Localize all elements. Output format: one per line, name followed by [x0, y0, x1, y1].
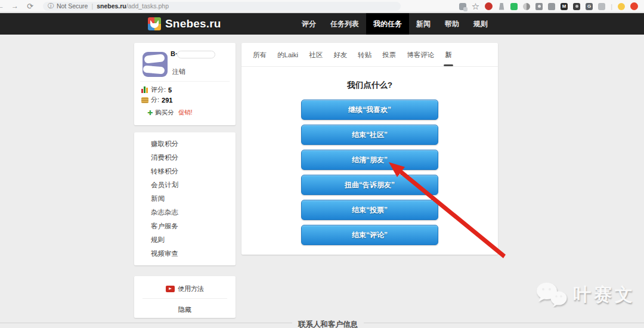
tab-community[interactable]: 社区: [304, 43, 328, 66]
main-content: 所有 的Laiki 社区 好友 转贴 投票 博客评论 新 我们点什么? 继续“我…: [242, 43, 498, 255]
watermark-text: 叶赛文: [573, 283, 636, 307]
site-logo[interactable]: Snebes.ru: [148, 17, 221, 30]
url-host: snebes.ru: [97, 2, 126, 10]
sidebar-item-customer-service[interactable]: 客户服务: [134, 219, 236, 233]
moon-icon[interactable]: [523, 3, 530, 10]
how-to-use-link[interactable]: 使用方法: [134, 284, 236, 293]
sidebar-item-rules[interactable]: 规则: [134, 233, 236, 247]
buy-points-row[interactable]: ✚ 购买分 促销!: [147, 109, 193, 117]
youtube-icon: [166, 286, 175, 292]
sidebar-item-spend-points[interactable]: 消费积分: [134, 151, 236, 165]
m-badge-icon[interactable]: M: [561, 3, 568, 10]
username: B·: [171, 50, 178, 57]
sidebar-item-news[interactable]: 新闻: [134, 192, 236, 206]
avatar[interactable]: [143, 52, 168, 77]
security-label: Not Secure: [57, 2, 88, 10]
nav-item-rules[interactable]: 规则: [466, 13, 495, 35]
nav-item-news[interactable]: 新闻: [409, 13, 438, 35]
rating-label: 评分:: [151, 85, 166, 94]
promo-badge: 促销!: [178, 109, 193, 117]
bar-chart-icon: [141, 86, 148, 93]
tab-all[interactable]: 所有: [247, 43, 272, 66]
rating-value: 5: [168, 86, 172, 94]
camera-icon[interactable]: [535, 3, 543, 10]
sidebar-item-earn-points[interactable]: 赚取积分: [134, 137, 236, 151]
username-redacted: [177, 51, 215, 58]
hide-link[interactable]: 隐藏: [178, 306, 191, 313]
footer-heading: 联系人和客户信息: [292, 320, 364, 328]
site-navbar: Snebes.ru 评分 任务列表 我的任务 新闻 帮助 规则: [0, 13, 644, 35]
person-badge-icon[interactable]: [573, 3, 580, 10]
sidebar-item-transfer-points[interactable]: 转移积分: [134, 165, 236, 178]
points-label: 分:: [151, 95, 159, 104]
page: ← → ⟳ ⓘ Not Secure | snebes.ru /add_task…: [0, 0, 644, 328]
points-value: 291: [162, 97, 172, 104]
extension-strip: ☆ M G |: [459, 0, 638, 13]
nav-item-help[interactable]: 帮助: [438, 13, 466, 35]
end-community-button[interactable]: 结束“社区”: [301, 125, 438, 145]
forward-icon[interactable]: →: [11, 0, 18, 13]
share-icon[interactable]: [598, 3, 605, 10]
logo-text: Snebes.ru: [165, 17, 221, 30]
emoji-face-icon[interactable]: [618, 3, 625, 10]
tab-blog-comments[interactable]: 博客评论: [401, 43, 439, 66]
rating-row: 评分: 5: [141, 85, 172, 94]
url-path: /add_tasks.php: [126, 2, 169, 10]
reload-icon[interactable]: ⟳: [27, 0, 33, 13]
how-to-use-label: 使用方法: [178, 284, 204, 293]
plus-icon: ✚: [147, 109, 153, 117]
tab-repost[interactable]: 转贴: [352, 43, 377, 66]
evernote-icon[interactable]: [510, 3, 518, 10]
google-badge-icon[interactable]: G: [586, 3, 593, 10]
settle-friends-button[interactable]: 结清“朋友”: [301, 150, 438, 170]
opera-icon[interactable]: [630, 2, 638, 10]
logo-icon: [148, 17, 161, 30]
buy-points-link[interactable]: 购买分: [155, 109, 174, 117]
sidebar-item-magazine[interactable]: 杂志杂志: [134, 206, 236, 219]
page-title: 我们点什么?: [242, 80, 498, 91]
tab-vote[interactable]: 投票: [377, 43, 401, 66]
translate-icon[interactable]: [459, 3, 466, 10]
user-card: B· 注销 评分: 5 分: 291 ✚ 购买分 促销!: [134, 43, 236, 125]
nav-item-my-tasks[interactable]: 我的任务: [366, 13, 409, 35]
end-vote-button[interactable]: 结束“投票”: [301, 200, 438, 220]
help-card: 使用方法 隐藏: [134, 276, 236, 318]
lighthouse-icon[interactable]: [498, 3, 505, 10]
back-icon[interactable]: ←: [0, 0, 4, 13]
tab-laiki[interactable]: 的Laiki: [272, 43, 304, 66]
bookmark-star-icon[interactable]: ☆: [472, 3, 479, 10]
tell-friends-button[interactable]: 扭曲“告诉朋友”: [301, 175, 438, 195]
nav-menu: 评分 任务列表 我的任务 新闻 帮助 规则: [295, 13, 495, 35]
toolbar-divider: |: [611, 3, 612, 10]
robot-icon[interactable]: [548, 3, 555, 10]
end-comments-button[interactable]: 结束“评论”: [301, 225, 438, 245]
points-row: 分: 291: [141, 95, 172, 104]
sidebar-menu: 赚取积分 消费积分 转移积分 会员计划 新闻 杂志杂志 客户服务 规则 视频审查: [134, 132, 236, 265]
logout-link[interactable]: 注销: [172, 67, 185, 76]
watermark: 叶赛文: [535, 281, 636, 308]
divider: [143, 298, 227, 299]
sidebar-item-video-review[interactable]: 视频审查: [134, 247, 236, 261]
adblock-icon[interactable]: [485, 2, 493, 10]
divider: [140, 81, 230, 82]
coins-icon: [141, 97, 148, 103]
info-icon[interactable]: ⓘ: [48, 2, 54, 10]
browser-toolbar: ← → ⟳ ⓘ Not Secure | snebes.ru /add_task…: [0, 0, 644, 13]
tab-friends[interactable]: 好友: [328, 43, 352, 66]
task-tabs: 所有 的Laiki 社区 好友 转贴 投票 博客评论 新: [242, 43, 498, 67]
sidebar-item-membership[interactable]: 会员计划: [134, 178, 236, 192]
nav-item-task-list[interactable]: 任务列表: [323, 13, 366, 35]
continue-likes-button[interactable]: 继续“我喜欢”: [301, 100, 438, 120]
address-separator: |: [91, 2, 93, 10]
nav-item-rating[interactable]: 评分: [295, 13, 323, 35]
tab-new[interactable]: 新: [439, 43, 457, 66]
action-buttons: 继续“我喜欢” 结束“社区” 结清“朋友” 扭曲“告诉朋友” 结束“投票” 结束…: [242, 100, 498, 245]
address-bar[interactable]: ⓘ Not Secure | snebes.ru /add_tasks.php: [43, 2, 401, 11]
wechat-icon: [535, 281, 568, 308]
